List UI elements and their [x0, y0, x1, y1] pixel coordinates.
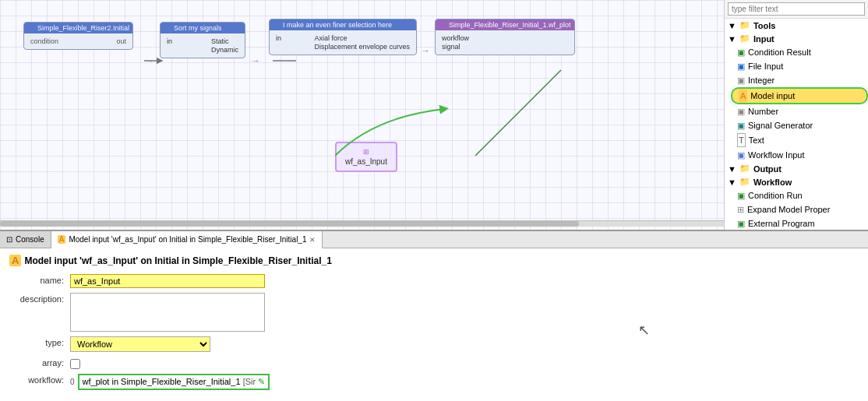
tree-item-condition-result[interactable]: ▣ Condition Result — [731, 45, 868, 59]
horizontal-scrollbar[interactable] — [0, 220, 724, 227]
condition-run-label: Condition Run — [748, 189, 803, 202]
node3-ports-out: Axial force Displacement envelope curves — [314, 33, 410, 51]
props-row-workflow: workflow: 0 wf_plot in Simple_Flexible_R… — [9, 374, 859, 390]
chevron-down-icon-input: ▼ — [728, 34, 736, 44]
tree-group-input[interactable]: ▼ 📁 Input — [725, 32, 868, 45]
props-row-array: array: — [9, 357, 859, 369]
tab-close-button[interactable]: ✕ — [309, 236, 316, 244]
text-label: Text — [749, 134, 764, 146]
props-title-icon: A — [9, 255, 21, 266]
tree-group-tools[interactable]: ▼ 📁 Tools — [725, 19, 868, 32]
external-program-icon: ▣ — [737, 217, 745, 230]
folder-output-icon: 📁 — [739, 164, 750, 174]
node-simple-flexible-riser2[interactable]: Simple_Flexible_Riser2.Initial condition… — [23, 22, 133, 50]
chevron-down-icon-workflow: ▼ — [728, 178, 736, 187]
tree-group-input-label: Input — [753, 34, 774, 44]
tab-model-input-label: Model input 'wf_as_Input' on Initial in … — [69, 235, 306, 244]
signal-generator-label: Signal Generator — [748, 119, 813, 132]
console-icon: ⊡ — [6, 235, 12, 244]
props-workflow-value[interactable]: wf_plot in Simple_Flexible_Riser_Initial… — [78, 374, 270, 390]
svg-marker-4 — [157, 58, 162, 63]
tree-item-text[interactable]: T Text — [731, 132, 868, 148]
condition-result-icon: ▣ — [737, 46, 745, 58]
folder-workflow-icon: 📁 — [739, 177, 750, 187]
node4-ports-in: workflow signal — [442, 33, 469, 51]
integer-label: Integer — [748, 74, 774, 86]
tree-group-workflow-label: Workflow — [753, 178, 792, 187]
tree-item-condition-run[interactable]: ▣ Condition Run — [731, 188, 868, 202]
props-workflow-field: 0 wf_plot in Simple_Flexible_Riser_Initi… — [70, 374, 270, 390]
node2-ports-out: Static Dynamic — [211, 37, 238, 55]
node-sort-signals[interactable]: Sort my signals in Static Dynamic — [160, 22, 245, 58]
tree-item-workflow-input[interactable]: ▣ Workflow Input — [731, 148, 868, 162]
node-finer-selection[interactable]: I make an even finer selection here in A… — [269, 19, 417, 55]
tab-bar: ⊡ Console A Model input 'wf_as_Input' on… — [0, 231, 868, 248]
workflow-index: 0 — [70, 378, 75, 386]
arrow-2-3: → — [251, 55, 260, 66]
node-wf-as-input[interactable]: ⊞ wf_as_Input — [335, 142, 397, 172]
folder-input-icon: 📁 — [739, 33, 750, 44]
tree-group-workflow[interactable]: ▼ 📁 Workflow — [725, 175, 868, 188]
props-title: A Model input 'wf_as_Input' on Initial i… — [9, 255, 859, 266]
tree-item-model-input[interactable]: A Model input — [731, 87, 868, 104]
tree-item-expand-model[interactable]: ⊞ Expand Model Proper — [731, 202, 868, 216]
node4-title: Simple_Flexible_Riser_Initial_1.wf_plot — [436, 19, 574, 30]
external-program-label: External Program — [748, 217, 815, 230]
search-input[interactable] — [728, 2, 865, 16]
props-type-select[interactable]: Workflow Condition File Input Integer Nu… — [70, 336, 210, 352]
node3-title: I make an even finer selection here — [270, 19, 416, 30]
props-description-textarea[interactable] — [70, 293, 265, 332]
cursor-indicator: ↖ — [638, 322, 650, 339]
workflow-input-icon: ▣ — [737, 149, 745, 161]
tab-model-input[interactable]: A Model input 'wf_as_Input' on Initial i… — [51, 231, 323, 248]
number-icon: ▣ — [737, 105, 745, 118]
small-node-label: wf_as_Input — [343, 157, 390, 166]
props-name-label: name: — [9, 274, 64, 285]
props-workflow-label: workflow: — [9, 374, 64, 385]
tree-item-number[interactable]: ▣ Number — [731, 104, 868, 118]
tab-console-label: Console — [16, 235, 44, 244]
expand-model-label: Expand Model Proper — [747, 203, 830, 216]
props-array-checkbox[interactable] — [70, 359, 80, 369]
workflow-value-text: wf_plot in Simple_Flexible_Riser_Initial… — [83, 377, 241, 386]
condition-run-icon: ▣ — [737, 189, 745, 202]
tree-item-signal-generator[interactable]: ▣ Signal Generator — [731, 118, 868, 132]
chevron-down-icon-output: ▼ — [728, 164, 736, 174]
props-title-text: Model input 'wf_as_Input' on Initial in … — [24, 255, 331, 266]
edit-icon[interactable]: ✎ — [258, 377, 265, 386]
tree-group-tools-label: Tools — [753, 21, 776, 30]
arrow-1-2: → — [145, 55, 154, 66]
properties-panel: A Model input 'wf_as_Input' on Initial i… — [0, 248, 868, 401]
bottom-area: ⊡ Console A Model input 'wf_as_Input' on… — [0, 230, 868, 401]
search-area — [725, 0, 868, 19]
props-name-input[interactable] — [70, 274, 265, 288]
node2-port-in: in — [167, 37, 172, 54]
node-wf-plot[interactable]: Simple_Flexible_Riser_Initial_1.wf_plot … — [435, 19, 575, 55]
model-input-icon: A — [739, 90, 747, 102]
tree-item-file-input[interactable]: ▣ File Input — [731, 59, 868, 73]
file-input-icon: ▣ — [737, 60, 745, 72]
props-array-label: array: — [9, 357, 64, 368]
folder-tools-icon: 📁 — [739, 20, 750, 30]
props-type-label: type: — [9, 336, 64, 347]
tree-item-integer[interactable]: ▣ Integer — [731, 73, 868, 87]
node2-title-label: Sort my signals — [174, 24, 222, 32]
props-row-description: description: — [9, 293, 859, 332]
node1-title: Simple_Flexible_Riser2.Initial — [24, 23, 132, 33]
svg-line-3 — [475, 70, 561, 156]
tree-item-external-program[interactable]: ▣ External Program — [731, 216, 868, 230]
workflow-input-label: Workflow Input — [748, 149, 805, 161]
props-row-type: type: Workflow Condition File Input Inte… — [9, 336, 859, 352]
workflow-value-suffix: [Sir — [243, 377, 256, 386]
workflow-canvas[interactable]: Simple_Flexible_Riser2.Initial condition… — [0, 0, 724, 230]
condition-result-label: Condition Result — [748, 46, 811, 58]
expand-model-icon: ⊞ — [737, 203, 744, 216]
signal-generator-icon: ▣ — [737, 119, 745, 132]
node2-title: Sort my signals — [161, 23, 245, 33]
tab-console[interactable]: ⊡ Console — [0, 231, 51, 248]
node4-title-label: Simple_Flexible_Riser_Initial_1.wf_plot — [449, 21, 571, 29]
file-input-label: File Input — [748, 60, 783, 72]
node3-title-label: I make an even finer selection here — [283, 21, 392, 29]
tree-group-output[interactable]: ▼ 📁 Output — [725, 162, 868, 175]
node1-port-out: out — [117, 37, 127, 45]
